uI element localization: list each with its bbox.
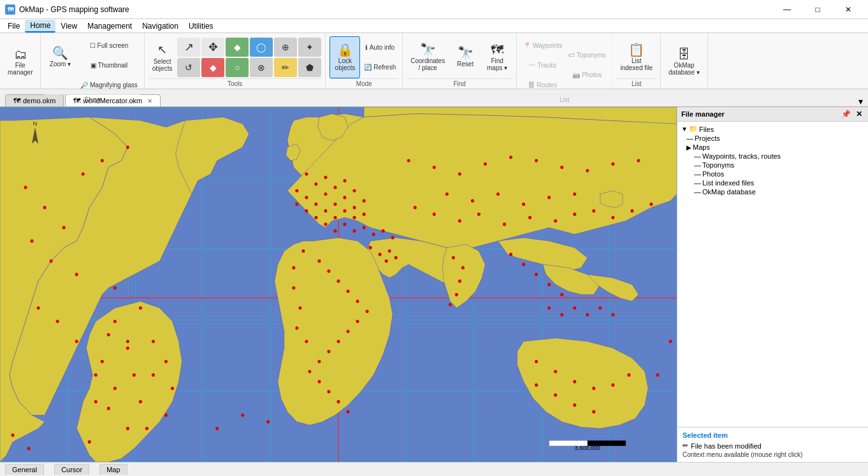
ribbon-group-mode-content: 🔒 Lockobjects ℹ Auto info 🔄 Refresh [329,36,398,78]
tool-green2-button[interactable]: ○ [226,58,249,77]
lock-objects-button[interactable]: 🔒 Lockobjects [329,36,360,78]
menu-management[interactable]: Management [82,20,137,32]
tool-gray2-button[interactable]: ✦ [298,38,321,57]
reset-button[interactable]: 🔭 Reset [450,36,481,78]
okmap-db-tree-icon: — [694,188,701,196]
svg-point-145 [535,273,538,276]
tool-gray1-button[interactable]: ⊕ [274,38,297,57]
footer-info: ✏ File has been modified [683,442,863,450]
svg-point-160 [554,393,557,396]
menu-view[interactable]: View [55,20,82,32]
tool-rotate-button[interactable]: ↺ [177,58,200,77]
svg-point-50 [152,340,155,343]
file-manager-button[interactable]: 🗂 Filemanager [4,41,36,83]
file-manager-pin-button[interactable]: 📌 [839,109,853,119]
tool-d2-button[interactable]: ⬟ [298,58,321,77]
svg-point-139 [461,266,465,270]
pencil-icon: ✏ [683,442,688,450]
menu-file[interactable]: File [3,20,25,32]
tool-d1-button[interactable]: ⊗ [250,58,273,77]
svg-point-24 [37,307,40,310]
svg-point-151 [586,313,589,316]
svg-point-140 [458,280,461,283]
waypoints-button: 📍 Waypoints [521,36,565,55]
svg-point-47 [107,333,110,336]
magnifying-glass-button[interactable]: 🔎 Magnifying glass [78,75,140,94]
svg-point-138 [452,256,455,259]
tree-item-list-indexed[interactable]: — List indexed files [679,178,867,187]
svg-point-79 [363,226,366,229]
list-indexed-tree-label: List indexed files [702,179,754,187]
menu-home[interactable]: Home [25,20,55,32]
maximize-button[interactable]: □ [803,0,832,19]
tool-move-button[interactable]: ✥ [201,38,224,57]
auto-info-button[interactable]: ℹ Auto info [361,38,398,57]
tree-item-files[interactable]: ▼ 📁 Files [679,124,867,134]
svg-point-30 [152,373,155,377]
okmap-database-label: OkMapdatabase ▾ [669,62,700,76]
list-indexed-file-button[interactable]: 📋 Listindexed file [616,36,656,78]
svg-point-43 [139,400,142,403]
thumbnail-button[interactable]: ▣ Thumbnail [78,55,140,75]
svg-point-91 [347,289,350,292]
refresh-button[interactable]: 🔄 Refresh [361,57,398,76]
svg-point-68 [324,209,327,212]
tree-item-okmap-database[interactable]: — OkMap database [679,187,867,196]
status-tab-general[interactable]: General [5,464,44,475]
zoom-button[interactable]: 🔍 Zoom ▾ [45,36,75,78]
svg-point-117 [586,169,589,172]
find-maps-button[interactable]: 🗺 Findmaps ▾ [482,36,512,78]
maps-expand-icon: ▶ [686,144,691,151]
svg-point-29 [113,286,117,289]
tool-blue-button[interactable]: ◯ [250,38,273,57]
coordinates-button[interactable]: 🔭 Coordinates/ place [407,36,449,78]
ribbon-group-file: 🗂 Filemanager [0,33,41,89]
svg-point-83 [369,246,372,249]
status-tab-cursor[interactable]: Cursor [54,464,89,475]
okmap-database-button[interactable]: 🗄 OkMapdatabase ▾ [665,41,704,83]
okmap-database-icon: 🗄 [677,48,690,61]
minimize-button[interactable]: — [772,0,802,19]
close-button[interactable]: ✕ [834,0,863,19]
svg-point-55 [324,176,327,179]
list-disabled-col1: 📍 Waypoints 〰 Tracks 🛤 Routes [521,36,565,94]
full-screen-button[interactable]: ☐ Full screen [78,36,140,55]
tool-green-button[interactable]: ◆ [226,38,249,57]
menu-utilities[interactable]: Utilities [184,20,219,32]
svg-point-163 [535,384,538,387]
tabs-dropdown-button[interactable]: ▾ [858,96,863,106]
tree-item-maps[interactable]: ▶ Maps [679,143,867,152]
svg-point-80 [372,233,375,236]
tree-item-toponyms[interactable]: — Toponyms [679,161,867,169]
tool-red-button[interactable]: ◆ [201,58,224,77]
tree-item-waypoints-tracks[interactable]: — Waypoints, tracks, routes [679,152,867,161]
photos-icon: — [694,170,701,178]
svg-point-126 [414,206,417,209]
toponyms-icon: — [694,161,701,169]
show-extras: ☐ Full screen ▣ Thumbnail 🔎 Magnifying g… [78,36,140,94]
svg-point-70 [305,196,308,199]
tree-item-photos[interactable]: — Photos [679,169,867,178]
file-manager-close-button[interactable]: ✕ [854,109,864,119]
menu-navigation[interactable]: Navigation [137,20,184,32]
svg-point-167 [669,340,672,343]
svg-point-32 [107,407,110,410]
status-tab-map[interactable]: Map [99,464,127,475]
ribbon-group-list-content: 📋 Listindexed file [616,36,656,78]
svg-point-122 [496,192,500,196]
select-objects-button[interactable]: ↖ Selectobjects [148,36,177,78]
svg-point-112 [458,172,461,175]
find-maps-icon: 🗺 [491,43,503,56]
list-disabled-col2: 🏷 Toponyms 📷 Photos [566,46,608,85]
map-area[interactable]: 3,600,000 N [0,107,677,462]
tree-item-projects[interactable]: — Projects [679,134,867,143]
svg-point-42 [133,373,136,377]
svg-point-146 [547,283,551,286]
files-label: Files [699,126,714,133]
wtr-label: Waypoints, tracks, routes [702,152,781,160]
svg-point-87 [385,259,388,263]
tool-yellow-button[interactable]: ✏ [274,58,297,77]
tab-world-close[interactable]: ✕ [147,97,152,105]
svg-point-142 [449,303,452,306]
tool-arrow-button[interactable]: ↗ [177,38,200,57]
